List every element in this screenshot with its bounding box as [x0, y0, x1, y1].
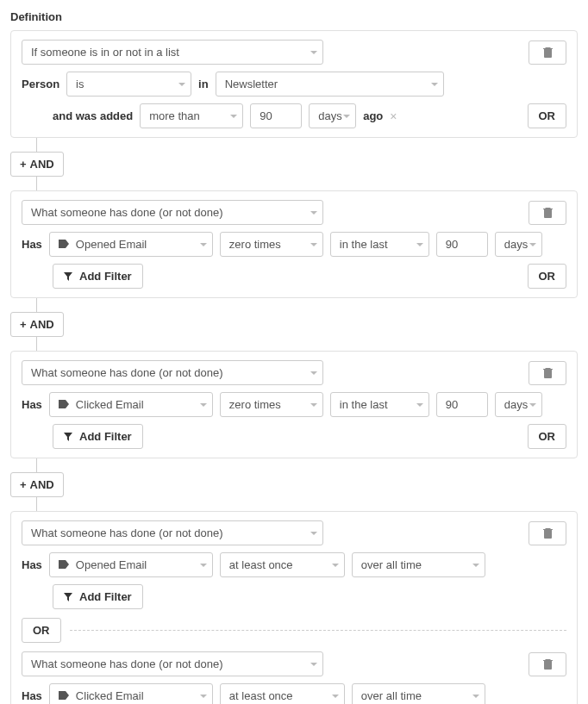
or-button[interactable]: OR: [528, 264, 567, 289]
condition-group: What someone has done (or not done) Has …: [10, 351, 578, 458]
and-button[interactable]: + AND: [10, 472, 64, 497]
dropdown-label: days: [318, 109, 341, 122]
dropdown-label: at least once: [229, 689, 293, 702]
add-filter-button[interactable]: Add Filter: [53, 424, 143, 449]
connector-line: [36, 458, 37, 472]
chevron-down-icon: [310, 243, 317, 246]
condition-type-dropdown[interactable]: What someone has done (or not done): [22, 200, 323, 225]
delete-button[interactable]: [529, 361, 566, 385]
metric-dropdown[interactable]: Opened Email: [49, 232, 213, 257]
chevron-down-icon: [200, 695, 207, 698]
chevron-down-icon: [343, 115, 350, 118]
chevron-down-icon: [310, 211, 317, 215]
condition-type-dropdown[interactable]: What someone has done (or not done): [22, 520, 323, 545]
add-filter-label: Add Filter: [79, 590, 132, 603]
metric-dropdown[interactable]: Clicked Email: [49, 392, 213, 417]
or-button[interactable]: OR: [528, 424, 567, 449]
plus-icon: +: [20, 478, 27, 491]
unit-dropdown[interactable]: days: [495, 392, 542, 417]
connector-line: [36, 497, 37, 511]
dropdown-label: is: [76, 78, 84, 90]
trash-icon: [543, 207, 553, 218]
person-op-dropdown[interactable]: is: [66, 72, 191, 97]
freq-dropdown[interactable]: zero times: [220, 232, 323, 257]
chevron-down-icon: [529, 243, 536, 246]
page-title: Definition: [10, 10, 578, 23]
chevron-down-icon: [200, 243, 207, 246]
dropdown-label: in the last: [340, 398, 388, 411]
range-dropdown[interactable]: in the last: [330, 232, 429, 257]
delete-button[interactable]: [529, 40, 566, 65]
dropdown-label: days: [504, 238, 528, 251]
freq-dropdown[interactable]: zero times: [220, 392, 323, 417]
ago-label: ago: [363, 109, 383, 122]
dropdown-label: at least once: [229, 558, 293, 571]
add-filter-label: Add Filter: [79, 430, 132, 443]
added-label: and was added: [53, 109, 133, 122]
dropdown-label: days: [504, 398, 528, 411]
tag-icon: [59, 689, 69, 702]
range-dropdown[interactable]: over all time: [352, 683, 485, 704]
has-label: Has: [22, 238, 42, 251]
dropdown-label: What someone has done (or not done): [31, 206, 223, 219]
chevron-down-icon: [178, 83, 185, 86]
delete-button[interactable]: [529, 201, 566, 225]
freq-dropdown[interactable]: at least once: [220, 552, 345, 577]
has-label: Has: [22, 689, 42, 702]
dropdown-label: What someone has done (or not done): [31, 526, 223, 539]
add-filter-button[interactable]: Add Filter: [53, 584, 143, 609]
delete-button[interactable]: [529, 652, 566, 676]
dropdown-label: in the last: [340, 238, 388, 251]
filter-icon: [64, 593, 72, 601]
and-button[interactable]: + AND: [10, 312, 64, 337]
metric-dropdown[interactable]: Opened Email: [49, 552, 213, 577]
added-op-dropdown[interactable]: more than: [140, 103, 243, 128]
condition-type-dropdown[interactable]: What someone has done (or not done): [22, 651, 323, 676]
dropdown-label: Opened Email: [76, 558, 147, 571]
add-filter-button[interactable]: Add Filter: [53, 264, 143, 289]
in-label: in: [198, 78, 209, 90]
chevron-down-icon: [310, 532, 317, 535]
plus-icon: +: [20, 318, 27, 331]
unit-dropdown[interactable]: days: [495, 232, 542, 257]
connector-line: [36, 138, 37, 152]
freq-dropdown[interactable]: at least once: [220, 683, 345, 704]
trash-icon: [543, 47, 553, 58]
value-input[interactable]: [436, 232, 488, 257]
add-filter-label: Add Filter: [79, 270, 132, 283]
or-divider-label: OR: [22, 618, 61, 643]
condition-type-dropdown[interactable]: What someone has done (or not done): [22, 360, 323, 385]
connector-line: [36, 298, 37, 312]
condition-group: If someone is in or not in a list Person…: [10, 30, 578, 138]
chevron-down-icon: [416, 243, 423, 246]
dropdown-label: If someone is in or not in a list: [31, 46, 179, 59]
added-value-input[interactable]: [250, 103, 302, 128]
trash-icon: [543, 367, 553, 378]
chevron-down-icon: [332, 695, 339, 698]
value-input[interactable]: [436, 392, 488, 417]
dropdown-label: over all time: [361, 689, 422, 702]
remove-clause-button[interactable]: ×: [390, 109, 397, 123]
filter-icon: [64, 433, 72, 441]
metric-dropdown[interactable]: Clicked Email: [49, 683, 213, 704]
connector-line: [36, 177, 37, 190]
delete-button[interactable]: [529, 521, 566, 545]
condition-type-dropdown[interactable]: If someone is in or not in a list: [22, 40, 323, 65]
chevron-down-icon: [230, 115, 237, 118]
and-button[interactable]: + AND: [10, 152, 64, 177]
list-dropdown[interactable]: Newsletter: [216, 72, 444, 97]
has-label: Has: [22, 558, 42, 571]
chevron-down-icon: [416, 403, 423, 407]
or-button[interactable]: OR: [528, 103, 567, 128]
chevron-down-icon: [529, 403, 536, 407]
dropdown-label: What someone has done (or not done): [31, 657, 223, 670]
filter-icon: [64, 272, 72, 281]
chevron-down-icon: [310, 663, 317, 666]
range-dropdown[interactable]: over all time: [352, 552, 485, 577]
dropdown-label: zero times: [229, 238, 281, 251]
unit-dropdown[interactable]: days: [309, 103, 356, 128]
condition-group: What someone has done (or not done) Has …: [10, 190, 578, 298]
range-dropdown[interactable]: in the last: [330, 392, 429, 417]
has-label: Has: [22, 398, 42, 411]
dropdown-label: Newsletter: [225, 78, 278, 90]
